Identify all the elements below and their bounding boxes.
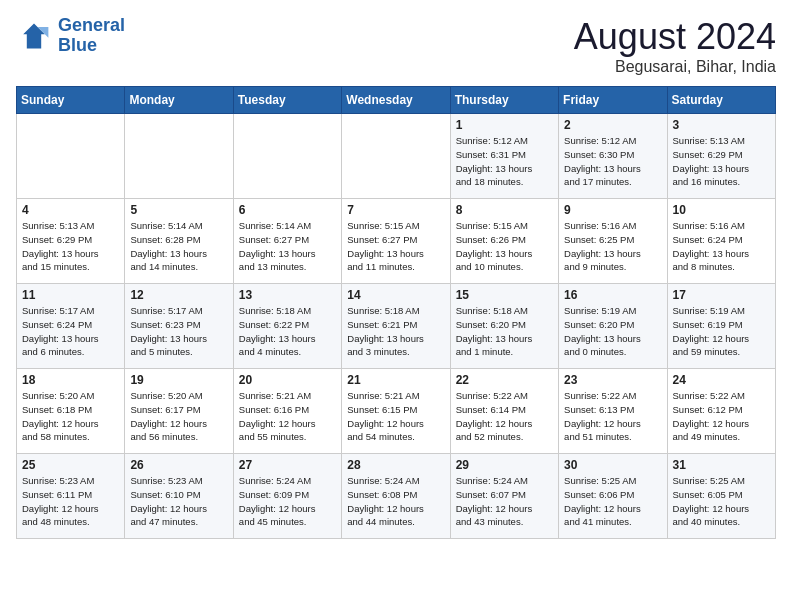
day-info: Sunrise: 5:15 AM Sunset: 6:27 PM Dayligh… xyxy=(347,219,444,274)
day-info: Sunrise: 5:16 AM Sunset: 6:24 PM Dayligh… xyxy=(673,219,770,274)
calendar-cell xyxy=(17,114,125,199)
calendar-cell: 17Sunrise: 5:19 AM Sunset: 6:19 PM Dayli… xyxy=(667,284,775,369)
logo-text: General Blue xyxy=(58,16,125,56)
page-header: General Blue August 2024 Begusarai, Biha… xyxy=(16,16,776,76)
logo-line1: General xyxy=(58,15,125,35)
calendar-cell: 19Sunrise: 5:20 AM Sunset: 6:17 PM Dayli… xyxy=(125,369,233,454)
day-info: Sunrise: 5:13 AM Sunset: 6:29 PM Dayligh… xyxy=(673,134,770,189)
calendar-table: SundayMondayTuesdayWednesdayThursdayFrid… xyxy=(16,86,776,539)
calendar-cell: 22Sunrise: 5:22 AM Sunset: 6:14 PM Dayli… xyxy=(450,369,558,454)
calendar-cell: 5Sunrise: 5:14 AM Sunset: 6:28 PM Daylig… xyxy=(125,199,233,284)
day-info: Sunrise: 5:14 AM Sunset: 6:27 PM Dayligh… xyxy=(239,219,336,274)
weekday-header: Friday xyxy=(559,87,667,114)
calendar-week-row: 25Sunrise: 5:23 AM Sunset: 6:11 PM Dayli… xyxy=(17,454,776,539)
day-number: 9 xyxy=(564,203,661,217)
day-number: 28 xyxy=(347,458,444,472)
calendar-cell: 20Sunrise: 5:21 AM Sunset: 6:16 PM Dayli… xyxy=(233,369,341,454)
day-info: Sunrise: 5:14 AM Sunset: 6:28 PM Dayligh… xyxy=(130,219,227,274)
logo-icon xyxy=(16,18,52,54)
calendar-cell: 3Sunrise: 5:13 AM Sunset: 6:29 PM Daylig… xyxy=(667,114,775,199)
weekday-header-row: SundayMondayTuesdayWednesdayThursdayFrid… xyxy=(17,87,776,114)
calendar-cell: 11Sunrise: 5:17 AM Sunset: 6:24 PM Dayli… xyxy=(17,284,125,369)
day-info: Sunrise: 5:24 AM Sunset: 6:09 PM Dayligh… xyxy=(239,474,336,529)
day-info: Sunrise: 5:21 AM Sunset: 6:16 PM Dayligh… xyxy=(239,389,336,444)
day-number: 4 xyxy=(22,203,119,217)
calendar-cell: 7Sunrise: 5:15 AM Sunset: 6:27 PM Daylig… xyxy=(342,199,450,284)
calendar-cell: 31Sunrise: 5:25 AM Sunset: 6:05 PM Dayli… xyxy=(667,454,775,539)
day-number: 23 xyxy=(564,373,661,387)
calendar-cell: 26Sunrise: 5:23 AM Sunset: 6:10 PM Dayli… xyxy=(125,454,233,539)
day-info: Sunrise: 5:22 AM Sunset: 6:14 PM Dayligh… xyxy=(456,389,553,444)
weekday-header: Sunday xyxy=(17,87,125,114)
calendar-cell: 8Sunrise: 5:15 AM Sunset: 6:26 PM Daylig… xyxy=(450,199,558,284)
day-number: 14 xyxy=(347,288,444,302)
calendar-cell: 23Sunrise: 5:22 AM Sunset: 6:13 PM Dayli… xyxy=(559,369,667,454)
day-info: Sunrise: 5:18 AM Sunset: 6:20 PM Dayligh… xyxy=(456,304,553,359)
day-info: Sunrise: 5:23 AM Sunset: 6:11 PM Dayligh… xyxy=(22,474,119,529)
day-number: 18 xyxy=(22,373,119,387)
day-info: Sunrise: 5:12 AM Sunset: 6:31 PM Dayligh… xyxy=(456,134,553,189)
day-info: Sunrise: 5:18 AM Sunset: 6:22 PM Dayligh… xyxy=(239,304,336,359)
day-number: 17 xyxy=(673,288,770,302)
day-info: Sunrise: 5:24 AM Sunset: 6:08 PM Dayligh… xyxy=(347,474,444,529)
calendar-cell xyxy=(233,114,341,199)
day-number: 11 xyxy=(22,288,119,302)
day-number: 20 xyxy=(239,373,336,387)
day-number: 1 xyxy=(456,118,553,132)
day-number: 24 xyxy=(673,373,770,387)
day-number: 12 xyxy=(130,288,227,302)
day-number: 16 xyxy=(564,288,661,302)
calendar-week-row: 18Sunrise: 5:20 AM Sunset: 6:18 PM Dayli… xyxy=(17,369,776,454)
calendar-week-row: 1Sunrise: 5:12 AM Sunset: 6:31 PM Daylig… xyxy=(17,114,776,199)
calendar-cell: 13Sunrise: 5:18 AM Sunset: 6:22 PM Dayli… xyxy=(233,284,341,369)
calendar-cell: 10Sunrise: 5:16 AM Sunset: 6:24 PM Dayli… xyxy=(667,199,775,284)
day-number: 21 xyxy=(347,373,444,387)
day-info: Sunrise: 5:22 AM Sunset: 6:12 PM Dayligh… xyxy=(673,389,770,444)
day-number: 10 xyxy=(673,203,770,217)
day-info: Sunrise: 5:20 AM Sunset: 6:17 PM Dayligh… xyxy=(130,389,227,444)
calendar-cell: 18Sunrise: 5:20 AM Sunset: 6:18 PM Dayli… xyxy=(17,369,125,454)
calendar-cell: 30Sunrise: 5:25 AM Sunset: 6:06 PM Dayli… xyxy=(559,454,667,539)
day-number: 8 xyxy=(456,203,553,217)
day-info: Sunrise: 5:25 AM Sunset: 6:06 PM Dayligh… xyxy=(564,474,661,529)
day-info: Sunrise: 5:19 AM Sunset: 6:19 PM Dayligh… xyxy=(673,304,770,359)
month-title: August 2024 xyxy=(574,16,776,58)
calendar-cell: 2Sunrise: 5:12 AM Sunset: 6:30 PM Daylig… xyxy=(559,114,667,199)
calendar-cell: 16Sunrise: 5:19 AM Sunset: 6:20 PM Dayli… xyxy=(559,284,667,369)
calendar-cell: 15Sunrise: 5:18 AM Sunset: 6:20 PM Dayli… xyxy=(450,284,558,369)
calendar-week-row: 4Sunrise: 5:13 AM Sunset: 6:29 PM Daylig… xyxy=(17,199,776,284)
day-info: Sunrise: 5:25 AM Sunset: 6:05 PM Dayligh… xyxy=(673,474,770,529)
day-number: 25 xyxy=(22,458,119,472)
day-number: 15 xyxy=(456,288,553,302)
day-number: 19 xyxy=(130,373,227,387)
day-number: 5 xyxy=(130,203,227,217)
day-info: Sunrise: 5:17 AM Sunset: 6:23 PM Dayligh… xyxy=(130,304,227,359)
calendar-cell: 6Sunrise: 5:14 AM Sunset: 6:27 PM Daylig… xyxy=(233,199,341,284)
calendar-cell: 1Sunrise: 5:12 AM Sunset: 6:31 PM Daylig… xyxy=(450,114,558,199)
day-number: 26 xyxy=(130,458,227,472)
logo: General Blue xyxy=(16,16,125,56)
day-info: Sunrise: 5:12 AM Sunset: 6:30 PM Dayligh… xyxy=(564,134,661,189)
calendar-cell: 28Sunrise: 5:24 AM Sunset: 6:08 PM Dayli… xyxy=(342,454,450,539)
day-number: 2 xyxy=(564,118,661,132)
day-info: Sunrise: 5:20 AM Sunset: 6:18 PM Dayligh… xyxy=(22,389,119,444)
calendar-cell: 29Sunrise: 5:24 AM Sunset: 6:07 PM Dayli… xyxy=(450,454,558,539)
day-info: Sunrise: 5:23 AM Sunset: 6:10 PM Dayligh… xyxy=(130,474,227,529)
logo-line2: Blue xyxy=(58,35,97,55)
calendar-cell: 27Sunrise: 5:24 AM Sunset: 6:09 PM Dayli… xyxy=(233,454,341,539)
calendar-cell: 12Sunrise: 5:17 AM Sunset: 6:23 PM Dayli… xyxy=(125,284,233,369)
day-number: 13 xyxy=(239,288,336,302)
day-number: 22 xyxy=(456,373,553,387)
day-info: Sunrise: 5:22 AM Sunset: 6:13 PM Dayligh… xyxy=(564,389,661,444)
day-number: 7 xyxy=(347,203,444,217)
calendar-cell xyxy=(125,114,233,199)
weekday-header: Monday xyxy=(125,87,233,114)
calendar-cell: 24Sunrise: 5:22 AM Sunset: 6:12 PM Dayli… xyxy=(667,369,775,454)
weekday-header: Saturday xyxy=(667,87,775,114)
day-info: Sunrise: 5:17 AM Sunset: 6:24 PM Dayligh… xyxy=(22,304,119,359)
day-number: 29 xyxy=(456,458,553,472)
calendar-week-row: 11Sunrise: 5:17 AM Sunset: 6:24 PM Dayli… xyxy=(17,284,776,369)
day-info: Sunrise: 5:21 AM Sunset: 6:15 PM Dayligh… xyxy=(347,389,444,444)
day-info: Sunrise: 5:18 AM Sunset: 6:21 PM Dayligh… xyxy=(347,304,444,359)
day-info: Sunrise: 5:19 AM Sunset: 6:20 PM Dayligh… xyxy=(564,304,661,359)
